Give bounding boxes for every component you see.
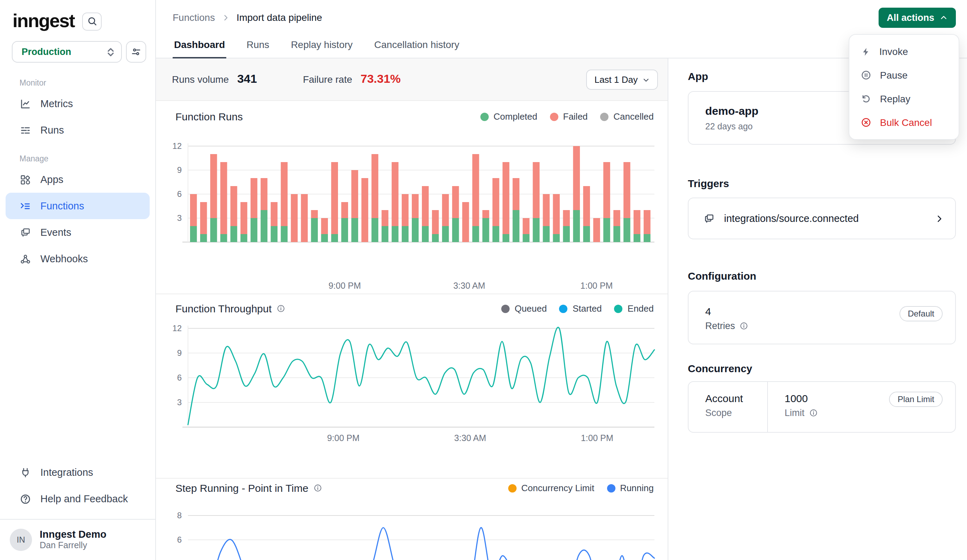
trigger-card[interactable]: integrations/source.connected — [688, 198, 956, 239]
bar-group — [220, 162, 227, 242]
sidebar-item-label: Metrics — [40, 98, 73, 109]
bar-group — [573, 146, 580, 242]
menu-item-pause[interactable]: Pause — [849, 63, 959, 87]
bar-group — [291, 194, 298, 242]
breadcrumb-functions[interactable]: Functions — [173, 12, 215, 23]
function-runs-chart: 369129:00 PM3:30 AM1:00 PM — [156, 101, 668, 293]
svg-text:6: 6 — [177, 189, 182, 199]
bar-group — [583, 186, 590, 242]
chevron-up-icon — [940, 14, 947, 21]
sidebar-item-label: Webhooks — [40, 253, 88, 264]
menu-item-bulk-cancel[interactable]: Bulk Cancel — [849, 110, 959, 134]
bar-group — [190, 194, 197, 242]
svg-text:9: 9 — [177, 348, 182, 357]
tab-replay-history[interactable]: Replay history — [290, 33, 354, 58]
bar-group — [231, 186, 238, 242]
menu-item-label: Replay — [880, 93, 910, 104]
svg-text:12: 12 — [172, 141, 182, 151]
sidebar-item-label: Integrations — [40, 467, 93, 478]
bar-group — [472, 154, 479, 242]
environment-label: Production — [21, 47, 71, 57]
app-heading: App — [688, 70, 708, 82]
menu-item-label: Invoke — [879, 46, 908, 57]
chevron-up-down-icon — [107, 47, 115, 57]
triggers-heading: Triggers — [688, 177, 729, 189]
retries-card: 4 Retries Default — [688, 291, 956, 344]
svg-text:3: 3 — [177, 398, 182, 407]
menu-item-invoke[interactable]: Invoke — [849, 40, 959, 63]
bar-group — [281, 162, 288, 242]
menu-item-label: Pause — [880, 69, 908, 81]
tab-runs[interactable]: Runs — [245, 33, 271, 58]
bar-group — [331, 162, 338, 242]
sidebar-item-help-and-feedback[interactable]: Help and Feedback — [6, 486, 150, 512]
bar-group — [493, 178, 500, 242]
function-throughput-section: Function ThroughputQueuedStartedEnded369… — [156, 293, 668, 478]
chevron-right-icon — [222, 13, 229, 21]
runs-volume-label: Runs volume — [172, 74, 229, 85]
tab-dashboard[interactable]: Dashboard — [173, 33, 226, 58]
user-name: Inngest Demo — [40, 528, 107, 540]
sidebar-item-metrics[interactable]: Metrics — [6, 91, 150, 117]
search-icon — [87, 16, 97, 26]
sliders-icon — [131, 47, 141, 57]
pause-icon — [860, 69, 871, 81]
svg-text:6: 6 — [177, 535, 182, 544]
bar-group — [381, 210, 388, 242]
step-running-point-in-time-chart: 68 — [156, 479, 668, 560]
events-icon — [20, 226, 31, 238]
bar-group — [351, 170, 358, 242]
sidebar-item-runs[interactable]: Runs — [6, 117, 150, 143]
search-button[interactable] — [82, 12, 102, 30]
sidebar-item-integrations[interactable]: Integrations — [6, 459, 150, 486]
inngest-logo: inngest — [13, 12, 74, 31]
help-icon — [20, 493, 31, 505]
sidebar-item-webhooks[interactable]: Webhooks — [6, 245, 150, 272]
svg-text:9:00 PM: 9:00 PM — [327, 433, 360, 443]
function-runs-section: Function RunsCompletedFailedCancelled369… — [156, 101, 668, 293]
info-icon[interactable] — [809, 408, 818, 417]
svg-text:3:30 AM: 3:30 AM — [454, 433, 486, 443]
metrics-icon — [20, 98, 31, 110]
svg-text:9:00 PM: 9:00 PM — [328, 281, 361, 290]
sidebar-nav: MonitorMetricsRunsManageAppsFunctionsEve… — [0, 79, 155, 272]
environment-settings-button[interactable] — [126, 41, 146, 63]
configuration-heading: Configuration — [688, 270, 756, 282]
all-actions-label: All actions — [886, 13, 934, 23]
functions-icon — [20, 200, 31, 212]
default-badge: Default — [899, 306, 943, 321]
bar-group — [543, 194, 550, 242]
bar-group — [613, 210, 620, 242]
concurrency-scope-label: Scope — [705, 408, 767, 418]
all-actions-button[interactable]: All actions — [878, 8, 956, 28]
bar-group — [392, 162, 399, 242]
sidebar-item-functions[interactable]: Functions — [6, 193, 150, 219]
bar-group — [442, 194, 449, 242]
runs-volume-value: 341 — [237, 72, 257, 86]
svg-text:12: 12 — [172, 323, 182, 333]
breadcrumb: Functions Import data pipeline — [156, 0, 967, 23]
bar-group — [261, 178, 268, 242]
breadcrumb-current: Import data pipeline — [236, 12, 322, 23]
svg-text:3: 3 — [177, 213, 182, 222]
app-window: inngest Production MonitorMetricsRunsMan… — [0, 0, 967, 560]
environment-selector[interactable]: Production — [12, 41, 122, 63]
tab-cancellation-history[interactable]: Cancellation history — [373, 33, 460, 58]
concurrency-scope-value: Account — [705, 392, 767, 404]
bar-group — [241, 202, 248, 242]
tab-bar: DashboardRunsReplay historyCancellation … — [173, 33, 460, 58]
sidebar-item-events[interactable]: Events — [6, 219, 150, 245]
bar-group — [251, 178, 257, 242]
sidebar-item-label: Help and Feedback — [40, 493, 128, 504]
sidebar-item-apps[interactable]: Apps — [6, 166, 150, 193]
plan-limit-badge: Plan Limit — [889, 392, 943, 407]
user-block[interactable]: IN Inngest Demo Dan Farrelly — [0, 519, 155, 560]
plug-icon — [20, 466, 31, 478]
menu-item-replay[interactable]: Replay — [849, 87, 959, 110]
failure-rate-label: Failure rate — [303, 74, 352, 85]
time-range-selector[interactable]: Last 1 Day — [586, 69, 658, 90]
sidebar-item-label: Runs — [40, 125, 64, 136]
retries-label: Retries — [705, 321, 735, 331]
info-icon[interactable] — [739, 321, 748, 330]
nav-section-label-manage: Manage — [0, 155, 155, 163]
